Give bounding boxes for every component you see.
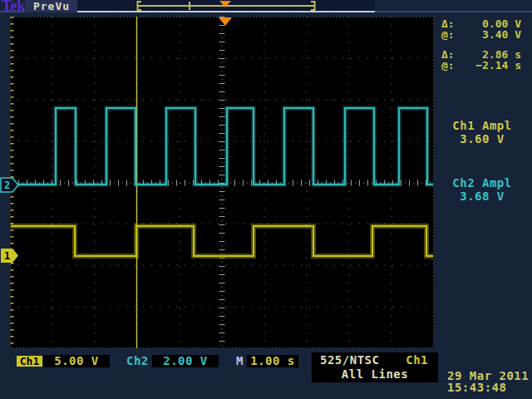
ch1-ampl-label: Ch1 Ampl: [438, 119, 526, 132]
at-symbol: @:: [441, 29, 455, 40]
trigger-standard: 525/NTSC: [320, 353, 379, 367]
ch1-marker-label: 1: [4, 250, 10, 262]
ch1-ampl-value: 3.60 V: [438, 132, 526, 145]
trigger-mode: All Lines: [312, 367, 438, 382]
cursor-at-t-row: @: −2.14 s: [441, 60, 521, 71]
cursor-at-v-row: @: 3.40 V: [441, 29, 521, 40]
trigger-source: Ch1: [406, 353, 428, 367]
oscilloscope-screen: Tek PreVu: [0, 0, 532, 399]
ch1-ampl-measurement: Ch1 Ampl 3.60 V: [438, 119, 526, 145]
record-view-window: [138, 1, 315, 10]
ch2-label: Ch2: [126, 355, 149, 367]
ch2-ampl-value: 3.68 V: [438, 190, 526, 203]
at-v-value: 3.40 V: [482, 29, 521, 40]
timebase-readout: 1.00 s: [247, 355, 298, 367]
ch1-trace: [11, 226, 433, 256]
timebase-label: M: [236, 355, 244, 367]
ch2-scale-readout: 2.00 V: [152, 355, 219, 367]
date-text: 29 Mar 2011: [447, 370, 529, 382]
at-t-value: −2.14 s: [475, 60, 521, 71]
at-symbol: @:: [441, 60, 455, 71]
ch2-ampl-measurement: Ch2 Ampl 3.68 V: [438, 176, 526, 203]
trigger-readout-box: 525/NTSC Ch1 All Lines: [312, 352, 438, 382]
trigger-position-icon: [219, 17, 232, 26]
ch1-badge: Ch1: [17, 356, 42, 367]
datetime-readout: 29 Mar 2011 15:43:48: [447, 370, 529, 393]
ch1-ground-marker: 1: [1, 249, 18, 263]
ch2-trace-fuzz: [11, 108, 433, 185]
ch2-marker-label: 2: [4, 180, 10, 191]
ch2-ground-marker: 2: [1, 178, 18, 192]
time-text: 15:43:48: [447, 382, 529, 393]
ch1-scale-readout: 5.00 V: [43, 355, 110, 367]
ch2-ampl-label: Ch2 Ampl: [438, 176, 526, 190]
